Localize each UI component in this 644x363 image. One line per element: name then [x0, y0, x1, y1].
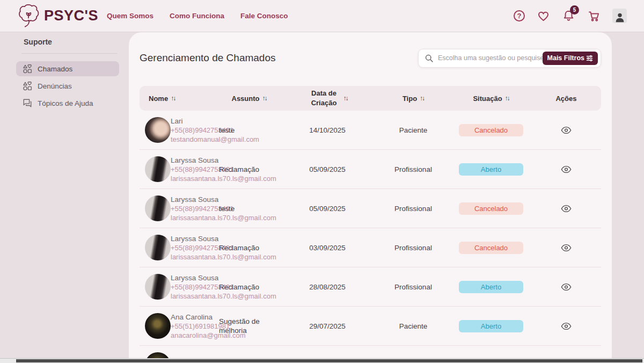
status-badge: Cancelado	[459, 202, 523, 215]
row-phone: +55(88)9942758491	[171, 165, 219, 174]
horizontal-scrollbar[interactable]	[0, 358, 644, 363]
table-row[interactable]: Laryssa Sousa +55(88)9942758491 larissas…	[140, 228, 601, 267]
row-subject: Reclamação	[219, 243, 279, 252]
row-date: 14/10/2025	[279, 126, 376, 134]
sort-icon[interactable]: ↑↓	[343, 95, 348, 102]
row-name: Ana Carolina	[171, 313, 219, 322]
brand-logo[interactable]: PSYC'S	[17, 3, 98, 29]
row-email: larissasantana.ls70.ls@gmail.com	[171, 213, 219, 222]
row-subject: teste	[219, 126, 279, 135]
view-details-icon[interactable]	[561, 165, 572, 173]
avatar	[145, 195, 171, 221]
top-navigation-bar: PSYC'S Quem Somos Como Funciona Fale Con…	[0, 0, 644, 32]
cart-icon[interactable]	[587, 10, 601, 23]
sort-icon[interactable]: ↑↓	[262, 95, 267, 102]
row-type: Profissional	[376, 205, 451, 213]
search-input[interactable]	[438, 54, 543, 62]
sidebar-item-label: Tópicos de Ajuda	[38, 99, 93, 107]
table-row[interactable]: Ana Carolina +55(51)691981981 anacarolin…	[140, 307, 601, 346]
row-name: Laryssa Sousa	[171, 234, 219, 243]
sort-icon[interactable]: ↑↓	[420, 95, 424, 102]
row-type: Paciente	[376, 126, 451, 134]
row-email: testandomanual@gmail.com	[171, 135, 219, 144]
column-header-tipo[interactable]: Tipo ↑↓	[376, 95, 451, 103]
column-header-assunto[interactable]: Assunto ↑↓	[219, 95, 279, 103]
sidebar-item-label: Denúncias	[38, 82, 72, 90]
top-nav-links: Quem Somos Como Funciona Fale Conosco	[107, 12, 288, 20]
row-type: Profissional	[376, 244, 451, 252]
search-bar: Mais Filtros	[418, 49, 601, 68]
row-type: Paciente	[376, 322, 451, 330]
table-row[interactable]: Lari +55(88)9942758491 testandomanual@gm…	[140, 111, 601, 150]
page-title: Gerenciamento de Chamados	[140, 52, 275, 64]
row-phone: +55(51)691981981	[171, 322, 219, 331]
row-phone: +55(88)9942758491	[171, 243, 219, 252]
row-name: Laryssa Sousa	[171, 195, 219, 204]
column-header-situacao[interactable]: Situação ↑↓	[451, 95, 531, 103]
sort-icon[interactable]: ↑↓	[505, 95, 509, 102]
brand-name: PSYC'S	[44, 8, 98, 24]
row-email: larissasantana.ls70.ls@gmail.com	[171, 252, 219, 262]
shapes-icon	[23, 81, 32, 91]
nav-fale-conosco[interactable]: Fale Conosco	[240, 12, 288, 20]
brain-logo-icon	[17, 3, 40, 29]
status-badge: Aberto	[459, 163, 523, 176]
row-name: Lari	[171, 117, 219, 126]
column-header-nome[interactable]: Nome ↑↓	[140, 95, 219, 103]
row-email: anacarolina@gmail.com	[171, 331, 219, 340]
sidebar-item-label: Chamados	[38, 65, 72, 73]
profile-icon[interactable]	[612, 9, 627, 23]
status-badge: Aberto	[459, 281, 523, 293]
favorites-icon[interactable]	[537, 10, 550, 23]
status-badge: Aberto	[459, 320, 523, 332]
help-glyph: ?	[514, 10, 525, 21]
avatar	[145, 313, 171, 339]
status-badge: Cancelado	[459, 242, 523, 254]
column-header-data-criacao[interactable]: Data de Criação ↑↓	[279, 89, 376, 107]
avatar	[145, 235, 171, 260]
row-subject: Reclamação	[219, 282, 279, 292]
row-name: Laryssa Sousa	[171, 273, 219, 282]
nav-como-funciona[interactable]: Como Funciona	[170, 12, 224, 20]
help-icon[interactable]: ?	[514, 10, 525, 21]
avatar	[145, 274, 171, 300]
row-type: Profissional	[376, 165, 451, 173]
nav-quem-somos[interactable]: Quem Somos	[107, 12, 153, 20]
avatar	[145, 156, 171, 182]
view-details-icon[interactable]	[561, 126, 572, 134]
row-phone: +55(88)9942758491	[171, 282, 219, 292]
view-details-icon[interactable]	[561, 322, 572, 330]
profile-avatar	[612, 9, 627, 23]
view-details-icon[interactable]	[561, 244, 572, 252]
sidebar-item-topicos-de-ajuda[interactable]: Tópicos de Ajuda	[16, 96, 119, 111]
row-name: Laryssa Sousa	[171, 156, 219, 165]
row-date: 03/09/2025	[279, 244, 376, 252]
view-details-icon[interactable]	[561, 283, 572, 291]
tune-filter-icon	[586, 55, 593, 62]
more-filters-button[interactable]: Mais Filtros	[543, 52, 598, 65]
table-row[interactable]: Laryssa Sousa +55(88)9942758491 larissas…	[140, 150, 601, 189]
row-type: Profissional	[376, 283, 451, 291]
main-content-card: Gerenciamento de Chamados Mais Filtros	[129, 32, 612, 363]
notifications-icon[interactable]: 5	[562, 9, 575, 23]
sort-icon[interactable]: ↑↓	[171, 95, 175, 102]
table-row[interactable]: Laryssa Sousa +55(88)9942758491 larissas…	[140, 189, 601, 228]
notification-badge: 5	[570, 5, 579, 14]
sidebar-divider	[21, 53, 117, 54]
row-email: larissasantana.ls70.ls@gmail.com	[171, 292, 219, 301]
table-row[interactable]: Laryssa Sousa +55(88)9942758491 larissas…	[140, 267, 601, 307]
column-header-acoes: Ações	[531, 95, 601, 103]
row-subject: Sugestão de melhoria	[219, 317, 279, 335]
row-date: 29/07/2025	[279, 322, 376, 330]
row-subject: teste	[219, 204, 279, 213]
view-details-icon[interactable]	[561, 205, 572, 213]
table-header-row: Nome ↑↓ Assunto ↑↓ Data de Criação ↑↓ Ti…	[140, 86, 601, 111]
sidebar-item-chamados[interactable]: Chamados	[16, 61, 119, 76]
sidebar: Suporte Chamados Denúncias	[0, 32, 129, 363]
scrollbar-thumb[interactable]	[16, 359, 642, 362]
chamados-table: Nome ↑↓ Assunto ↑↓ Data de Criação ↑↓ Ti…	[140, 86, 601, 363]
row-date: 05/09/2025	[279, 165, 376, 173]
row-date: 05/09/2025	[279, 205, 376, 213]
row-phone: +55(88)9942758491	[171, 126, 219, 135]
sidebar-item-denuncias[interactable]: Denúncias	[16, 78, 119, 93]
